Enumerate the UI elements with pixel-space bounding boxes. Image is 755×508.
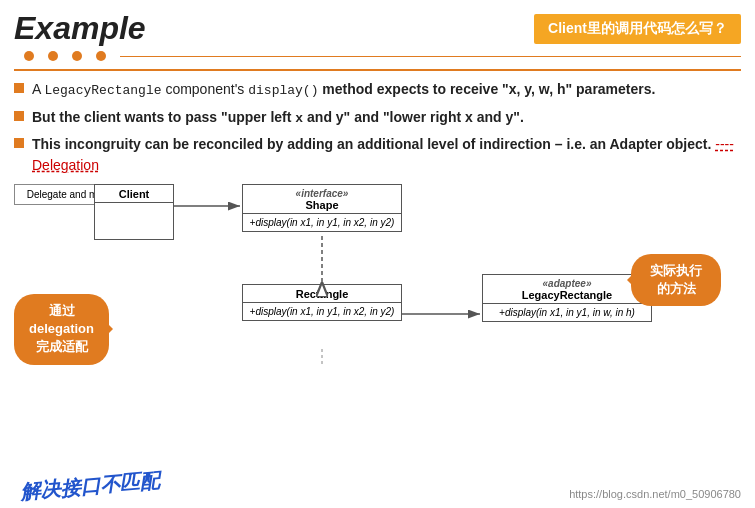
bullet-square-3: [14, 138, 24, 148]
bullet-text-3: This incongruity can be reconciled by ad…: [32, 134, 741, 176]
shape-method: +display(in x1, in y1, in x2, in y2): [243, 214, 401, 231]
client-box-row1: [95, 203, 173, 221]
client-box-row2: [95, 221, 173, 239]
bullet-square-1: [14, 83, 24, 93]
shape-title: Shape: [247, 199, 397, 211]
client-box-title: Client: [95, 185, 173, 203]
rect-box-title: Rectangle: [243, 285, 401, 303]
shape-subtitle: «interface»: [247, 188, 397, 199]
bullets-section: A LegacyRectangle component's display() …: [14, 79, 741, 176]
divider: [14, 69, 741, 71]
client-box: Client: [94, 184, 174, 240]
dot-line: [120, 56, 741, 57]
code-legacyrectangle: LegacyRectangle: [44, 83, 161, 98]
header-button[interactable]: Client里的调用代码怎么写？: [534, 14, 741, 44]
legacy-title: LegacyRectangle: [487, 289, 647, 301]
dot-1: [24, 51, 34, 61]
bullet-item-1: A LegacyRectangle component's display() …: [14, 79, 741, 101]
page-title: Example: [14, 10, 146, 47]
dots-row: [14, 51, 741, 61]
right-bubble-text: 实际执行 的方法: [650, 263, 702, 296]
bullet-text-2: But the client wants to pass "upper left…: [32, 107, 524, 129]
legacy-method: +display(in x1, in y1, in w, in h): [483, 304, 651, 321]
left-bubble-text: 通过 delegation 完成适配: [29, 303, 94, 354]
shape-box: «interface» Shape +display(in x1, in y1,…: [242, 184, 402, 232]
bullet-text-1: A LegacyRectangle component's display() …: [32, 79, 655, 101]
handwriting-text: 解决接口不匹配: [19, 467, 161, 506]
header: Example Client里的调用代码怎么写？: [14, 10, 741, 47]
rect-box: Rectangle +display(in x1, in y1, in x2, …: [242, 284, 402, 321]
page: Example Client里的调用代码怎么写？ A LegacyRectang…: [0, 0, 755, 508]
code-display: display(): [248, 83, 318, 98]
dot-3: [72, 51, 82, 61]
right-bubble: 实际执行 的方法: [631, 254, 721, 306]
bullet-item-2: But the client wants to pass "upper left…: [14, 107, 741, 129]
shape-box-title: «interface» Shape: [243, 185, 401, 214]
watermark: https://blog.csdn.net/m0_50906780: [569, 488, 741, 500]
bullet-square-2: [14, 111, 24, 121]
rect-method: +display(in x1, in y1, in x2, in y2): [243, 303, 401, 320]
left-bubble: 通过 delegation 完成适配: [14, 294, 109, 365]
bullet-item-3: This incongruity can be reconciled by ad…: [14, 134, 741, 176]
diagram-area: Client «interface» Shape +display(in x1,…: [14, 184, 741, 404]
dot-2: [48, 51, 58, 61]
dot-4: [96, 51, 106, 61]
